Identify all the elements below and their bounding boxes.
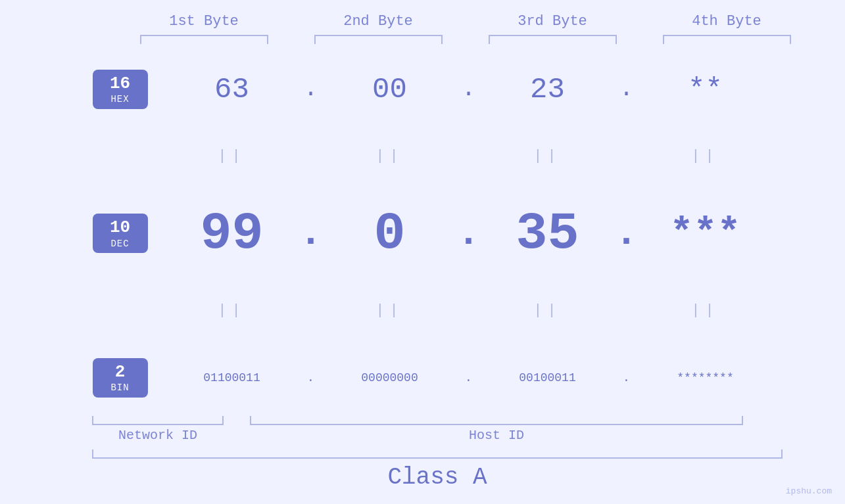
equals-row-1: || || || ||	[0, 147, 845, 166]
dec-b1: 99	[166, 204, 298, 263]
id-labels-row: Network ID Host ID	[92, 428, 783, 443]
hex-badge: 16 HEX	[93, 70, 148, 109]
eq2-b4: ||	[640, 302, 771, 319]
dec-badge: 10 DEC	[93, 214, 148, 253]
watermark: ipshu.com	[786, 486, 832, 496]
dec-b3: 35	[482, 204, 614, 263]
top-brackets	[117, 35, 814, 44]
eq1-b1: ||	[166, 148, 298, 164]
hex-dot-1: .	[298, 76, 324, 103]
dec-dot-3: .	[614, 211, 640, 256]
network-id-label: Network ID	[92, 428, 224, 443]
main-container: 1st Byte 2nd Byte 3rd Byte 4th Byte 16 H…	[0, 0, 845, 504]
equals-row-2: || || || ||	[0, 301, 845, 321]
byte-headers-row: 1st Byte 2nd Byte 3rd Byte 4th Byte	[117, 13, 814, 30]
bin-dot-3: .	[614, 371, 640, 384]
dec-b2: 0	[324, 204, 456, 263]
hex-row: 16 HEX 63 . 00 . 23 . **	[0, 70, 845, 109]
hex-b4: **	[640, 73, 771, 106]
hex-b2: 00	[324, 73, 456, 106]
byte-header-2: 2nd Byte	[312, 13, 444, 30]
network-id-bracket	[92, 416, 224, 425]
eq2-b2: ||	[324, 302, 456, 319]
host-id-bracket	[250, 416, 743, 425]
dec-row: 10 DEC 99 . 0 . 35 . ***	[0, 204, 845, 263]
eq1-b2: ||	[324, 148, 456, 164]
bin-b2: 00000000	[324, 371, 456, 384]
eq2-b1: ||	[166, 302, 298, 319]
bin-b4: ********	[640, 371, 771, 384]
dec-dot-1: .	[298, 211, 324, 256]
host-id-label: Host ID	[250, 428, 743, 443]
hex-dot-3: .	[614, 76, 640, 103]
full-bracket	[92, 449, 783, 459]
bin-badge: 2 BIN	[93, 358, 148, 398]
bracket-top-1	[140, 35, 268, 44]
bottom-brackets	[92, 416, 783, 425]
bin-b3: 00100011	[482, 371, 614, 384]
bin-row: 2 BIN 01100011 . 00000000 . 00100011 . *…	[0, 358, 845, 398]
bin-b1: 01100011	[166, 371, 298, 384]
bin-dot-1: .	[298, 371, 324, 384]
eq2-b3: ||	[482, 302, 614, 319]
eq1-b3: ||	[482, 148, 614, 164]
bin-dot-2: .	[456, 371, 482, 384]
class-label: Class A	[92, 464, 783, 497]
byte-header-4: 4th Byte	[661, 13, 792, 30]
hex-b3: 23	[482, 73, 614, 106]
bracket-top-4	[663, 35, 791, 44]
dec-dot-2: .	[456, 211, 482, 256]
eq1-b4: ||	[640, 148, 771, 164]
dec-b4: ***	[640, 211, 771, 256]
byte-header-3: 3rd Byte	[487, 13, 618, 30]
hex-b1: 63	[166, 73, 298, 106]
bracket-top-2	[314, 35, 443, 44]
bracket-top-3	[489, 35, 617, 44]
hex-dot-2: .	[456, 76, 482, 103]
byte-header-1: 1st Byte	[138, 13, 270, 30]
